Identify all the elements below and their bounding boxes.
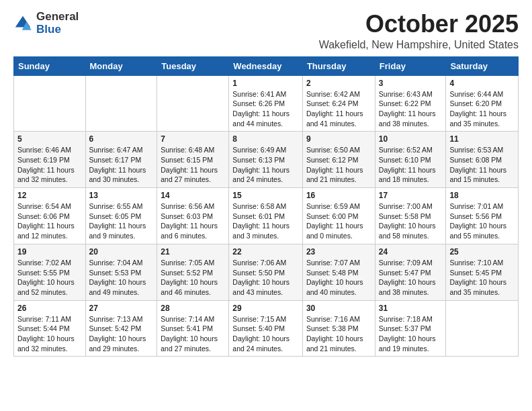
day-content: Sunrise: 7:01 AM Sunset: 5:56 PM Dayligh… xyxy=(449,201,515,241)
logo-general: General xyxy=(36,11,79,24)
day-number: 3 xyxy=(379,79,443,88)
day-number: 22 xyxy=(232,247,299,257)
calendar-cell: 29Sunrise: 7:15 AM Sunset: 5:40 PM Dayli… xyxy=(229,300,303,357)
calendar-cell: 10Sunrise: 6:52 AM Sunset: 6:10 PM Dayli… xyxy=(375,132,446,188)
day-of-week-header: Tuesday xyxy=(157,56,229,75)
calendar-cell: 7Sunrise: 6:48 AM Sunset: 6:15 PM Daylig… xyxy=(157,132,229,188)
day-of-week-header: Monday xyxy=(85,56,157,75)
logo-blue: Blue xyxy=(36,24,79,36)
calendar-cell: 26Sunrise: 7:11 AM Sunset: 5:44 PM Dayli… xyxy=(14,300,86,357)
day-number: 11 xyxy=(449,134,515,144)
day-content: Sunrise: 7:00 AM Sunset: 5:58 PM Dayligh… xyxy=(379,201,443,241)
logo: General Blue xyxy=(13,11,79,36)
calendar-cell: 21Sunrise: 7:05 AM Sunset: 5:52 PM Dayli… xyxy=(157,244,229,300)
location: Wakefield, New Hampshire, United States xyxy=(319,39,519,51)
day-of-week-header: Thursday xyxy=(302,56,375,75)
day-content: Sunrise: 6:58 AM Sunset: 6:01 PM Dayligh… xyxy=(232,201,299,241)
day-content: Sunrise: 6:48 AM Sunset: 6:15 PM Dayligh… xyxy=(161,145,225,185)
day-content: Sunrise: 6:46 AM Sunset: 6:19 PM Dayligh… xyxy=(17,145,82,185)
day-content: Sunrise: 6:44 AM Sunset: 6:20 PM Dayligh… xyxy=(449,89,515,129)
day-number: 19 xyxy=(17,247,82,257)
logo-text: General Blue xyxy=(36,11,79,36)
calendar-cell xyxy=(14,75,86,132)
day-number: 5 xyxy=(17,134,82,144)
day-number: 6 xyxy=(89,134,154,144)
day-content: Sunrise: 7:16 AM Sunset: 5:38 PM Dayligh… xyxy=(306,314,371,354)
day-number: 28 xyxy=(161,304,225,313)
day-number: 30 xyxy=(306,304,371,313)
day-content: Sunrise: 7:07 AM Sunset: 5:48 PM Dayligh… xyxy=(306,258,371,298)
day-number: 18 xyxy=(449,191,515,200)
day-content: Sunrise: 6:52 AM Sunset: 6:10 PM Dayligh… xyxy=(379,145,443,185)
day-of-week-header: Wednesday xyxy=(229,56,303,75)
title-block: October 2025 Wakefield, New Hampshire, U… xyxy=(319,11,519,51)
calendar-cell xyxy=(85,75,157,132)
calendar-cell: 20Sunrise: 7:04 AM Sunset: 5:53 PM Dayli… xyxy=(85,244,157,300)
day-content: Sunrise: 7:18 AM Sunset: 5:37 PM Dayligh… xyxy=(379,314,443,354)
calendar-cell: 23Sunrise: 7:07 AM Sunset: 5:48 PM Dayli… xyxy=(302,244,375,300)
day-number: 7 xyxy=(161,134,225,144)
day-number: 1 xyxy=(232,79,299,88)
calendar-cell: 8Sunrise: 6:49 AM Sunset: 6:13 PM Daylig… xyxy=(229,132,303,188)
calendar-cell: 2Sunrise: 6:42 AM Sunset: 6:24 PM Daylig… xyxy=(302,75,375,132)
calendar-cell: 3Sunrise: 6:43 AM Sunset: 6:22 PM Daylig… xyxy=(375,75,446,132)
day-content: Sunrise: 6:49 AM Sunset: 6:13 PM Dayligh… xyxy=(232,145,299,185)
day-content: Sunrise: 7:04 AM Sunset: 5:53 PM Dayligh… xyxy=(89,258,154,298)
calendar-cell xyxy=(157,75,229,132)
day-content: Sunrise: 6:42 AM Sunset: 6:24 PM Dayligh… xyxy=(306,89,371,129)
calendar-week-row: 5Sunrise: 6:46 AM Sunset: 6:19 PM Daylig… xyxy=(14,132,519,188)
calendar-cell: 1Sunrise: 6:41 AM Sunset: 6:26 PM Daylig… xyxy=(229,75,303,132)
day-of-week-header: Friday xyxy=(375,56,446,75)
calendar-cell: 17Sunrise: 7:00 AM Sunset: 5:58 PM Dayli… xyxy=(375,188,446,244)
day-content: Sunrise: 6:55 AM Sunset: 6:05 PM Dayligh… xyxy=(89,201,154,241)
day-content: Sunrise: 6:56 AM Sunset: 6:03 PM Dayligh… xyxy=(161,201,225,241)
calendar-cell: 28Sunrise: 7:14 AM Sunset: 5:41 PM Dayli… xyxy=(157,300,229,357)
day-number: 12 xyxy=(17,191,82,200)
day-number: 14 xyxy=(161,191,225,200)
day-number: 16 xyxy=(306,191,371,200)
day-of-week-header: Sunday xyxy=(14,56,86,75)
calendar-cell: 13Sunrise: 6:55 AM Sunset: 6:05 PM Dayli… xyxy=(85,188,157,244)
day-number: 9 xyxy=(306,134,371,144)
calendar-cell: 14Sunrise: 6:56 AM Sunset: 6:03 PM Dayli… xyxy=(157,188,229,244)
calendar-cell: 9Sunrise: 6:50 AM Sunset: 6:12 PM Daylig… xyxy=(302,132,375,188)
day-content: Sunrise: 7:11 AM Sunset: 5:44 PM Dayligh… xyxy=(17,314,82,354)
day-number: 4 xyxy=(449,79,515,88)
calendar-cell: 12Sunrise: 6:54 AM Sunset: 6:06 PM Dayli… xyxy=(14,188,86,244)
day-number: 26 xyxy=(17,304,82,313)
day-content: Sunrise: 6:43 AM Sunset: 6:22 PM Dayligh… xyxy=(379,89,443,129)
calendar-cell: 25Sunrise: 7:10 AM Sunset: 5:45 PM Dayli… xyxy=(446,244,519,300)
calendar-cell: 15Sunrise: 6:58 AM Sunset: 6:01 PM Dayli… xyxy=(229,188,303,244)
day-number: 8 xyxy=(232,134,299,144)
calendar-cell: 11Sunrise: 6:53 AM Sunset: 6:08 PM Dayli… xyxy=(446,132,519,188)
day-content: Sunrise: 6:53 AM Sunset: 6:08 PM Dayligh… xyxy=(449,145,515,185)
day-content: Sunrise: 6:59 AM Sunset: 6:00 PM Dayligh… xyxy=(306,201,371,241)
calendar-cell: 5Sunrise: 6:46 AM Sunset: 6:19 PM Daylig… xyxy=(14,132,86,188)
calendar-cell: 16Sunrise: 6:59 AM Sunset: 6:00 PM Dayli… xyxy=(302,188,375,244)
day-content: Sunrise: 7:14 AM Sunset: 5:41 PM Dayligh… xyxy=(161,314,225,354)
day-number: 17 xyxy=(379,191,443,200)
calendar-cell: 31Sunrise: 7:18 AM Sunset: 5:37 PM Dayli… xyxy=(375,300,446,357)
day-content: Sunrise: 7:05 AM Sunset: 5:52 PM Dayligh… xyxy=(161,258,225,298)
day-content: Sunrise: 6:50 AM Sunset: 6:12 PM Dayligh… xyxy=(306,145,371,185)
calendar-cell: 19Sunrise: 7:02 AM Sunset: 5:55 PM Dayli… xyxy=(14,244,86,300)
day-content: Sunrise: 7:10 AM Sunset: 5:45 PM Dayligh… xyxy=(449,258,515,298)
day-number: 21 xyxy=(161,247,225,257)
day-of-week-header: Saturday xyxy=(446,56,519,75)
day-content: Sunrise: 7:06 AM Sunset: 5:50 PM Dayligh… xyxy=(232,258,299,298)
day-number: 2 xyxy=(306,79,371,88)
calendar-cell: 4Sunrise: 6:44 AM Sunset: 6:20 PM Daylig… xyxy=(446,75,519,132)
calendar-cell: 18Sunrise: 7:01 AM Sunset: 5:56 PM Dayli… xyxy=(446,188,519,244)
page-container: General Blue October 2025 Wakefield, New… xyxy=(0,0,532,363)
day-number: 15 xyxy=(232,191,299,200)
calendar-cell: 24Sunrise: 7:09 AM Sunset: 5:47 PM Dayli… xyxy=(375,244,446,300)
header: General Blue October 2025 Wakefield, New… xyxy=(13,11,519,51)
day-content: Sunrise: 6:54 AM Sunset: 6:06 PM Dayligh… xyxy=(17,201,82,241)
day-content: Sunrise: 6:47 AM Sunset: 6:17 PM Dayligh… xyxy=(89,145,154,185)
day-number: 10 xyxy=(379,134,443,144)
day-number: 27 xyxy=(89,304,154,313)
day-content: Sunrise: 7:15 AM Sunset: 5:40 PM Dayligh… xyxy=(232,314,299,354)
calendar-week-row: 19Sunrise: 7:02 AM Sunset: 5:55 PM Dayli… xyxy=(14,244,519,300)
calendar-header-row: SundayMondayTuesdayWednesdayThursdayFrid… xyxy=(14,56,519,75)
day-content: Sunrise: 7:13 AM Sunset: 5:42 PM Dayligh… xyxy=(89,314,154,354)
